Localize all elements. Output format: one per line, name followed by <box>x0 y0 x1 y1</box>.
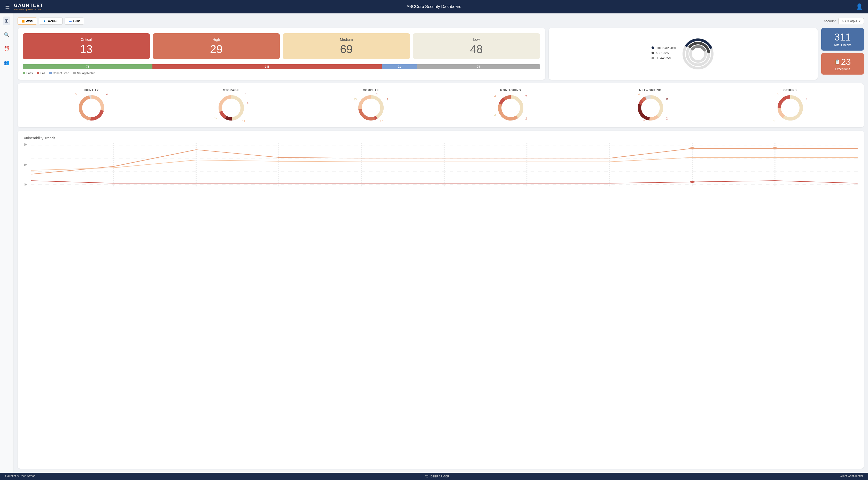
identity-val-8: 8 <box>87 119 89 123</box>
fedramp-item: FedRAMP: 35% <box>652 46 676 49</box>
category-compute: COMPUTE 1 9 17 13 <box>357 89 385 122</box>
exceptions-card: 📋 23 Exceptions <box>821 53 864 75</box>
cannot-scan-label: Cannot Scan <box>53 71 69 75</box>
total-checks-label: Total Checks <box>834 43 851 47</box>
logo-subtitle: Powered by Deep Armor <box>14 8 43 10</box>
fedramp-label: FedRAMP: 35% <box>656 46 676 49</box>
identity-chart: 5 4 8 <box>77 94 106 122</box>
networking-chart: 4 9 2 2 12 <box>636 94 665 122</box>
monitoring-val-4b: 4 <box>494 114 496 117</box>
monitoring-label: MONITORING <box>500 89 521 92</box>
progress-bar: 78 138 21 74 <box>23 64 540 69</box>
account-selector: Account ABCCorp-1 ▾ <box>824 18 864 24</box>
severity-card-critical: Critical 13 <box>23 33 150 59</box>
azure-label: AZURE <box>48 20 58 23</box>
footer: Gauntlet © Deep Armor 🛡 DEEP ARMOR Clien… <box>0 473 868 480</box>
legend-not-applicable: Not Applicable <box>73 71 95 75</box>
tab-gcp[interactable]: ☁ GCP <box>65 18 84 25</box>
storage-val-17: 17 <box>214 116 218 119</box>
hamburger-menu[interactable]: ☰ <box>5 4 10 10</box>
pb-pass: 78 <box>23 64 152 69</box>
critical-count: 13 <box>80 44 92 55</box>
monitoring-val-2b: 2 <box>525 117 527 120</box>
sidebar: ⊞ 🔍 ⏰ 👥 <box>0 13 13 473</box>
severity-card-medium: Medium 69 <box>283 33 410 59</box>
account-value: ABCCorp-1 <box>842 20 858 23</box>
logo-title: GAUNTLET <box>14 3 43 8</box>
top-navigation: ☰ GAUNTLET Powered by Deep Armor ABCCorp… <box>0 0 868 13</box>
monitoring-val-4a: 4 <box>494 95 496 98</box>
cloud-tabs-row: ▣ AWS ▲ AZURE ☁ GCP Account ABCCorp-1 ▾ <box>18 18 864 25</box>
aws-label: AWS <box>26 20 33 23</box>
y-axis: 80 60 40 <box>24 143 28 187</box>
cloud-tabs: ▣ AWS ▲ AZURE ☁ GCP <box>18 18 84 25</box>
legend-fail: Fail <box>37 71 45 75</box>
svg-point-10 <box>83 99 100 117</box>
account-label: Account <box>824 19 836 23</box>
trend-panel: Vulnerability Trends 80 60 40 <box>18 131 864 469</box>
sidebar-item-dashboard[interactable]: ⊞ <box>3 16 10 25</box>
categories-panel: IDENTITY 5 4 8 STORAGE <box>18 83 864 127</box>
na-dot <box>73 72 76 74</box>
severity-card-low: Low 48 <box>413 33 540 59</box>
exceptions-label: Exceptions <box>835 67 850 71</box>
trend-chart-area: 80 60 40 <box>24 143 858 187</box>
networking-val-2b: 2 <box>644 119 645 123</box>
total-checks-card: 311 Total Checks <box>821 28 864 50</box>
tab-azure[interactable]: ▲ AZURE <box>39 18 62 25</box>
compliance-panel: FedRAMP: 35% ABS: 39% HIPAA: 35% <box>549 28 817 80</box>
user-icon[interactable]: 👤 <box>856 3 863 10</box>
hipaa-item: HIPAA: 35% <box>652 57 676 60</box>
svg-point-22 <box>362 99 380 117</box>
legend: Pass Fail Cannot Scan Not Applicable <box>23 71 540 75</box>
high-label: High <box>213 37 220 41</box>
account-dropdown[interactable]: ABCCorp-1 ▾ <box>838 18 864 24</box>
identity-label: IDENTITY <box>84 89 99 92</box>
others-chart: 5 8 19 <box>776 94 804 122</box>
hipaa-label: HIPAA: 35% <box>656 57 671 60</box>
others-label: OTHERS <box>783 89 797 92</box>
monitoring-val-2a: 2 <box>525 95 527 98</box>
exceptions-icon: 📋 <box>834 59 840 65</box>
high-count: 29 <box>210 44 223 55</box>
storage-label: STORAGE <box>223 89 239 92</box>
storage-val-4: 4 <box>247 101 248 104</box>
gcp-icon: ☁ <box>68 19 72 23</box>
identity-val-4: 4 <box>106 93 107 96</box>
networking-val-4: 4 <box>638 93 640 96</box>
na-label: Not Applicable <box>77 71 95 75</box>
trend-dot-1 <box>689 147 696 149</box>
networking-val-9: 9 <box>666 97 668 100</box>
abs-label: ABS: 39% <box>656 52 669 55</box>
gcp-label: GCP <box>73 20 80 23</box>
pb-cannot: 21 <box>382 64 417 69</box>
footer-center: 🛡 DEEP ARMOR <box>425 474 449 478</box>
sidebar-item-alerts[interactable]: ⏰ <box>2 44 11 53</box>
content-area: ▣ AWS ▲ AZURE ☁ GCP Account ABCCorp-1 ▾ <box>13 13 868 473</box>
others-val-5: 5 <box>777 93 779 96</box>
y-80: 80 <box>24 143 27 146</box>
sidebar-item-users[interactable]: 👥 <box>2 58 11 67</box>
compute-val-9: 9 <box>386 98 388 101</box>
sidebar-item-audit[interactable]: 🔍 <box>2 30 11 39</box>
medium-label: Medium <box>340 37 353 41</box>
abs-item: ABS: 39% <box>652 52 676 55</box>
hipaa-dot <box>652 57 654 59</box>
compute-val-1: 1 <box>376 93 378 96</box>
footer-right: Client Confidential <box>840 474 863 478</box>
severity-card-high: High 29 <box>153 33 280 59</box>
total-checks-number: 311 <box>834 32 851 43</box>
fail-label: Fail <box>40 71 45 75</box>
top-panels: Critical 13 High 29 Medium 69 Low 48 <box>18 28 864 80</box>
others-val-19: 19 <box>773 119 777 123</box>
tab-aws[interactable]: ▣ AWS <box>18 18 37 25</box>
category-monitoring: MONITORING 2 2 4 4 <box>497 89 525 122</box>
trend-dot-2 <box>771 147 779 149</box>
deep-armor-icon: 🛡 <box>425 474 429 478</box>
svg-point-28 <box>502 99 520 117</box>
pb-na: 74 <box>417 64 540 69</box>
y-60: 60 <box>24 163 27 166</box>
networking-val-2a: 2 <box>666 117 668 120</box>
category-identity: IDENTITY 5 4 8 <box>77 89 106 122</box>
svg-point-40 <box>781 99 799 117</box>
